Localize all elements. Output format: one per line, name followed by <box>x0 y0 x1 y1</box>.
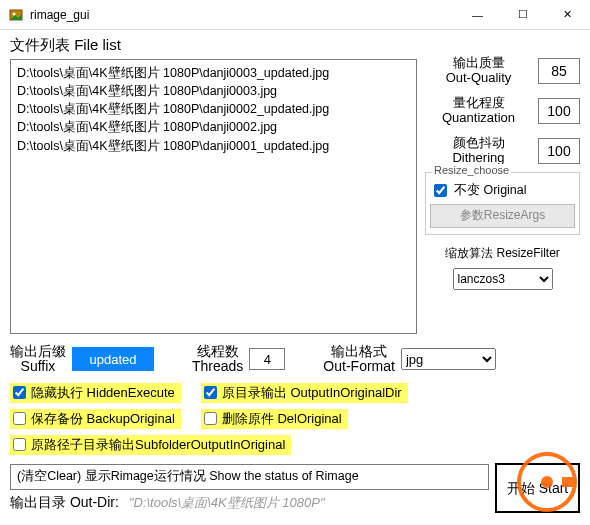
window-controls: — ☐ ✕ <box>455 0 590 29</box>
backup-original-checkbox[interactable]: 保存备份 BackupOriginal <box>10 409 181 429</box>
resize-filter-select[interactable]: lanczos3 <box>453 268 553 290</box>
suffix-label: 输出后缀 Suffix <box>10 344 66 375</box>
start-button[interactable]: 开始 Start <box>495 463 580 513</box>
format-label: 输出格式 Out-Format <box>323 344 395 375</box>
output-original-dir-checkbox[interactable]: 原目录输出 OutputInOriginalDir <box>201 383 408 403</box>
dithering-label: 颜色抖动 Dithering <box>425 136 532 166</box>
quantization-input[interactable] <box>538 98 580 124</box>
list-item[interactable]: D:\tools\桌面\4K壁纸图片 1080P\danji0001_updat… <box>17 137 410 155</box>
resize-args-button[interactable]: 参数ResizeArgs <box>430 204 575 228</box>
maximize-button[interactable]: ☐ <box>500 0 545 29</box>
resize-group: Resize_choose 不变 Original 参数ResizeArgs <box>425 172 580 235</box>
dithering-input[interactable] <box>538 138 580 164</box>
list-item[interactable]: D:\tools\桌面\4K壁纸图片 1080P\danji0003.jpg <box>17 82 410 100</box>
list-item[interactable]: D:\tools\桌面\4K壁纸图片 1080P\danji0002.jpg <box>17 118 410 136</box>
app-icon <box>8 7 24 23</box>
threads-input[interactable] <box>249 348 285 370</box>
hidden-execute-checkbox[interactable]: 隐藏执行 HiddenExecute <box>10 383 181 403</box>
suffix-input[interactable] <box>72 347 154 371</box>
outdir-value: "D:\tools\桌面\4K壁纸图片 1080P" <box>129 494 325 512</box>
resize-original-input[interactable] <box>434 184 447 197</box>
window-title: rimage_gui <box>30 8 455 22</box>
resize-filter-label: 缩放算法 ResizeFilter <box>425 245 580 262</box>
filelist-label: 文件列表 File list <box>10 36 417 55</box>
status-box[interactable]: (清空Clear) 显示Rimage运行情况 Show the status o… <box>10 464 489 490</box>
filelist[interactable]: D:\tools\桌面\4K壁纸图片 1080P\danji0003_updat… <box>10 59 417 334</box>
minimize-button[interactable]: — <box>455 0 500 29</box>
subfolder-output-checkbox[interactable]: 原路径子目录输出SubfolderOutputInOriginal <box>10 435 291 455</box>
threads-label: 线程数 Threads <box>192 344 243 375</box>
resize-original-checkbox[interactable]: 不变 Original <box>430 181 575 200</box>
quality-input[interactable] <box>538 58 580 84</box>
titlebar: rimage_gui — ☐ ✕ <box>0 0 590 30</box>
quantization-label: 量化程度 Quantization <box>425 96 532 126</box>
resize-legend: Resize_choose <box>432 164 511 176</box>
close-button[interactable]: ✕ <box>545 0 590 29</box>
outdir-label: 输出目录 Out-Dir: <box>10 494 119 512</box>
del-original-checkbox[interactable]: 删除原件 DelOriginal <box>201 409 348 429</box>
quality-label: 输出质量 Out-Quality <box>425 56 532 86</box>
list-item[interactable]: D:\tools\桌面\4K壁纸图片 1080P\danji0002_updat… <box>17 100 410 118</box>
list-item[interactable]: D:\tools\桌面\4K壁纸图片 1080P\danji0003_updat… <box>17 64 410 82</box>
format-select[interactable]: jpg <box>401 348 496 370</box>
